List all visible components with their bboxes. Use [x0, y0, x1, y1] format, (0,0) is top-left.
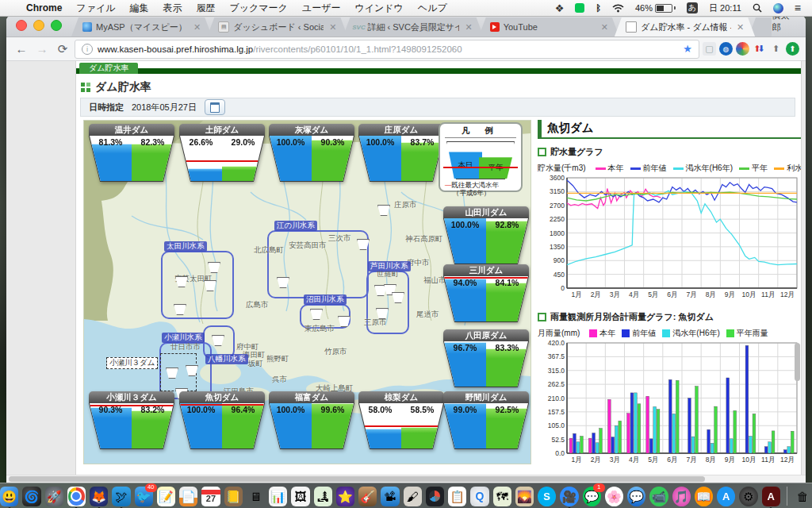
extension-icon-2[interactable]: ◍ [719, 42, 733, 56]
dock-icon-firefox[interactable]: 🦊 [90, 487, 108, 506]
dock-icon-line[interactable]: 💬1 [583, 487, 601, 506]
dock-icon-itunes[interactable]: 🎵 [672, 487, 691, 506]
dock-icon-preview[interactable]: 🌄 [515, 487, 534, 506]
storage-line-chart: 04509001350180022502700315036001月2月3月4月5… [538, 174, 801, 304]
menu-item-4[interactable]: 履歴 [189, 2, 222, 15]
dam-box-山田川ダム[interactable]: 山田川ダム100.0%92.8% [443, 206, 529, 264]
dock-icon-garageband[interactable]: 🎸 [358, 487, 377, 506]
dock-icon-imovie[interactable]: ⭐ [336, 487, 354, 506]
url-bar[interactable]: i www.kasen-bousai.pref.hiroshima.lg.jp/… [75, 40, 699, 59]
reload-button[interactable]: ⟳ [54, 42, 71, 56]
zoom-window-button[interactable] [51, 20, 62, 31]
menu-item-chrome[interactable]: Chrome [19, 2, 69, 13]
dam-box-温井ダム[interactable]: 温井ダム81.3%82.3% [89, 124, 174, 182]
minimize-window-button[interactable] [33, 20, 44, 31]
dock-icon-gimp[interactable]: 🖌 [404, 487, 422, 506]
menu-item-7[interactable]: ウインドウ [347, 2, 410, 15]
dock-icon-launchpad[interactable]: 🚀 [45, 487, 63, 506]
dock-icon-siri[interactable]: 🌀 [22, 487, 40, 506]
dam-marker-icon[interactable] [377, 205, 390, 216]
forward-button[interactable]: → [33, 42, 51, 56]
dam-box-野間川ダム[interactable]: 野間川ダム99.0%92.5% [443, 391, 529, 449]
dock-icon-acrobat[interactable]: A [762, 487, 780, 506]
dock-icon-finder[interactable]: 😃 [0, 487, 18, 506]
bluetooth-icon[interactable]: ᛒ [591, 3, 606, 13]
dock-icon-notes[interactable]: 📝 [157, 487, 175, 506]
dam-box-福富ダム[interactable]: 福富ダム100.0%99.6% [269, 391, 354, 449]
extension-icon-1[interactable]: ▢ [703, 42, 716, 56]
dock-icon-ibooks[interactable]: 📖 [695, 487, 713, 506]
dock-icon-skype[interactable]: S [538, 487, 556, 506]
dock-icon-calendar[interactable]: 27 [201, 487, 220, 506]
dropbox-icon[interactable]: ❖ [550, 2, 569, 14]
tab-close-icon[interactable]: ✕ [735, 22, 744, 33]
dock-icon-appstore[interactable]: A [717, 487, 735, 506]
dock-icon-maps[interactable]: 🗺 [493, 487, 511, 506]
dock-icon-keynote[interactable]: 📽 [381, 487, 399, 506]
dam-box-三川ダム[interactable]: 三川ダム94.0%84.1% [443, 264, 529, 322]
dock-icon-chrome[interactable] [67, 487, 86, 506]
section-tab[interactable]: ダム貯水率 [79, 63, 138, 74]
dock-icon-openoffice[interactable]: 🕊 [112, 487, 130, 506]
close-window-button[interactable] [16, 20, 27, 31]
calendar-button[interactable] [205, 99, 225, 115]
menu-item-1[interactable]: ファイル [69, 2, 122, 15]
menu-item-5[interactable]: ブックマーク [222, 2, 294, 15]
menubar-clock[interactable]: 日 20:11 [704, 2, 746, 14]
siri-icon[interactable] [768, 3, 788, 13]
dock-icon-zoom[interactable]: 🎥 [560, 487, 578, 506]
extension-icon-3[interactable] [736, 42, 749, 56]
dock-icon-messages[interactable]: 💬 [627, 487, 645, 506]
spotlight-icon[interactable] [748, 3, 767, 13]
dam-box-魚切ダム[interactable]: 魚切ダム100.0%96.4% [179, 391, 265, 449]
menu-item-3[interactable]: 表示 [155, 2, 189, 15]
dock-icon-reminders[interactable]: 📋 [448, 487, 466, 506]
dock-icon-textedit[interactable]: 📄 [179, 487, 197, 506]
browser-tab-1[interactable]: MyASP（マイスピー）✕ [71, 17, 212, 37]
dock-icon-sysprefs[interactable]: ⚙ [739, 487, 757, 506]
dam-box-椋梨ダム[interactable]: 椋梨ダム58.0%58.5% [358, 391, 444, 449]
dock-icon-photos[interactable]: 🌸 [605, 487, 623, 506]
dam-box-土師ダム[interactable]: 土師ダム26.6%29.0% [179, 124, 265, 182]
horizontal-scrollbar[interactable] [6, 475, 806, 483]
dock-icon-photos-app[interactable]: 🏞 [314, 487, 332, 506]
profile-name[interactable]: 慎太郎 [772, 16, 806, 37]
site-info-icon[interactable]: i [82, 44, 93, 55]
dock-icon-trash[interactable]: 🗑 [794, 487, 812, 506]
dam-box-小瀬川３ダム[interactable]: 小瀬川３ダム90.3%83.2% [89, 391, 174, 449]
tab-close-icon[interactable]: ✕ [599, 22, 608, 33]
dam-box-灰塚ダム[interactable]: 灰塚ダム100.0%90.3% [269, 124, 354, 182]
dock-icon-thunderbird[interactable]: 🐦40 [135, 487, 153, 506]
menu-item-8[interactable]: ヘルプ [411, 2, 454, 15]
tab-close-icon[interactable]: ✕ [327, 22, 336, 33]
scrollbar-thumb[interactable] [9, 476, 705, 482]
battery-status[interactable]: 46% [630, 3, 680, 13]
dock-icon-mail-stamp[interactable]: 🖼 [291, 487, 309, 506]
extension-icon-6[interactable]: ⬆ [786, 42, 799, 56]
dock-icon-facetime[interactable]: 📹 [649, 487, 668, 506]
back-button[interactable]: ← [13, 42, 30, 56]
browser-tab-4[interactable]: YouTube✕ [479, 17, 619, 37]
tab-close-icon[interactable]: ✕ [192, 22, 201, 33]
dock-icon-disk-usage[interactable] [426, 487, 444, 506]
browser-tab-5[interactable]: ダム貯水率 - ダム情報 - 広島県✕ [615, 17, 755, 37]
line-status-icon[interactable] [570, 3, 589, 13]
dock-icon-display[interactable]: 🖥 [247, 487, 265, 506]
vertical-scrollbar[interactable] [795, 343, 800, 381]
menu-item-2[interactable]: 編集 [122, 2, 155, 15]
menu-item-6[interactable]: ユーザー [295, 2, 348, 15]
bookmark-star-icon[interactable]: ★ [683, 43, 692, 55]
wifi-icon[interactable] [607, 4, 629, 13]
dock-icon-contacts[interactable]: 📒 [224, 487, 243, 506]
extension-icon-5[interactable]: ⬆ [769, 42, 783, 56]
extension-icon-4[interactable]: ⬆⬇ [753, 42, 766, 56]
browser-tab-3[interactable]: SVC詳細 ‹ SVC会員限定サイト — W✕ [343, 17, 483, 37]
dock-icon-quicktime[interactable]: Q [470, 487, 488, 506]
ime-indicator[interactable]: あ [682, 2, 703, 13]
notification-center-icon[interactable]: ≡ [790, 2, 806, 14]
browser-tab-2[interactable]: ▤ダッシュボード ‹ Social Value✕ [207, 17, 347, 37]
dock-icon-stats[interactable]: 📊 [269, 487, 287, 506]
dam-box-八田原ダム[interactable]: 八田原ダム96.7%83.3% [443, 329, 529, 387]
dam-box-庄原ダム[interactable]: 庄原ダム100.0%83.7% [358, 124, 444, 182]
tab-close-icon[interactable]: ✕ [463, 22, 472, 33]
